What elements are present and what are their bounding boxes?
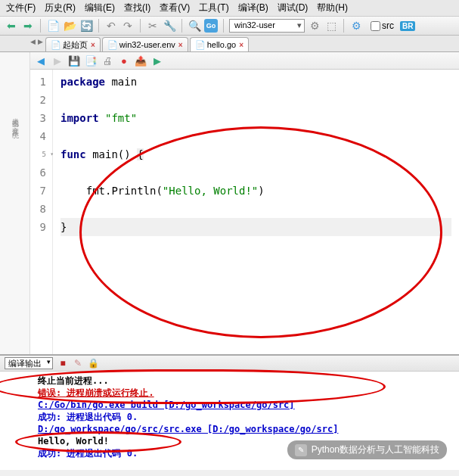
open-folder-icon[interactable]: 📂 xyxy=(63,19,76,33)
output-selector[interactable]: 编译输出 xyxy=(5,357,53,369)
print-icon[interactable]: 🖨 xyxy=(101,54,113,67)
line-number: 3 xyxy=(30,109,46,127)
settings-2-icon[interactable]: ⬚ xyxy=(324,19,338,33)
settings-1-icon[interactable]: ⚙ xyxy=(308,19,321,33)
new-doc-icon[interactable]: 📄 xyxy=(46,19,60,33)
line-number: 2 xyxy=(30,91,46,109)
undo-icon[interactable]: ↶ xyxy=(104,19,118,33)
tab-startpage[interactable]: 📄 起始页 × xyxy=(45,37,101,51)
menu-bar: 文件(F) 历史(R) 编辑(E) 查找(I) 查看(V) 工具(T) 编译(B… xyxy=(0,0,459,17)
line-number: 6 xyxy=(30,163,46,182)
close-icon[interactable]: × xyxy=(178,41,183,49)
menu-edit[interactable]: 编辑(E) xyxy=(85,2,115,14)
line-number: 1 xyxy=(30,73,46,91)
refresh-icon[interactable]: 🔄 xyxy=(79,19,93,33)
output-line-command: C:/Go/bin/go.exe build [D:/go_workspace/… xyxy=(38,399,451,411)
line-number: 5 xyxy=(30,145,46,163)
stop-icon[interactable]: ● xyxy=(118,54,130,67)
run-icon[interactable]: ▶ xyxy=(151,54,163,67)
line-number: 8 xyxy=(30,200,46,218)
wechat-icon: ✎ xyxy=(295,444,307,456)
lock-output-icon[interactable]: 🔒 xyxy=(88,358,98,369)
back-icon[interactable]: ⬅ xyxy=(5,19,18,33)
tab-label: win32-user.env xyxy=(119,40,175,49)
nav-fwd-icon[interactable]: ▶ xyxy=(51,54,64,67)
go-icon[interactable]: Go xyxy=(204,19,218,33)
save-icon[interactable]: 💾 xyxy=(68,54,80,67)
tab-scroll-right-icon[interactable]: ▶ xyxy=(38,38,43,45)
line-number: 7 xyxy=(30,182,46,200)
clear-output-icon[interactable]: ✎ xyxy=(73,358,83,369)
tab-bar: ◀ ▶ 📄 起始页 × 📄 win32-user.env × 📄 hello.g… xyxy=(0,36,459,52)
menu-find[interactable]: 查找(I) xyxy=(124,2,150,14)
src-checkbox-label: src xyxy=(382,20,394,31)
line-gutter: 1 2 3 4 5 6 7 8 9 xyxy=(30,70,53,354)
menu-debug[interactable]: 调试(D) xyxy=(278,2,309,14)
src-checkbox-input[interactable] xyxy=(371,21,380,31)
output-line-success: 成功: 进程退出代码 0. xyxy=(38,411,451,423)
find-icon[interactable]: 🔍 xyxy=(188,19,201,33)
close-icon[interactable]: × xyxy=(91,41,95,49)
watermark: ✎ Python数据分析与人工智能科技 xyxy=(287,440,447,459)
code-content[interactable]: package main import "fmt" func main() { … xyxy=(53,70,459,354)
tab-label: 起始页 xyxy=(63,39,88,51)
watermark-text: Python数据分析与人工智能科技 xyxy=(312,443,439,456)
side-panel-label: 类视图 文件系统 xyxy=(11,113,20,127)
menu-tools[interactable]: 工具(T) xyxy=(199,2,228,14)
line-number: 4 xyxy=(30,127,46,145)
tab-label: hello.go xyxy=(207,40,237,49)
redo-icon[interactable]: ↷ xyxy=(121,19,135,33)
gear-icon[interactable]: ⚙ xyxy=(349,19,363,33)
nav-back-icon[interactable]: ◀ xyxy=(35,54,47,67)
editor-area: 类视图 文件系统 ◀ ▶ 💾 📑 🖨 ● 📤 ▶ 1 2 3 4 5 6 7 8… xyxy=(0,52,459,355)
close-icon[interactable]: × xyxy=(239,41,243,49)
editor-toolbar: ◀ ▶ 💾 📑 🖨 ● 📤 ▶ xyxy=(30,52,459,70)
menu-history[interactable]: 历史(R) xyxy=(45,2,76,14)
main-toolbar: ⬅ ➡ 📄 📂 🔄 ↶ ↷ ✂ 🔧 🔍 Go win32-user ⚙ ⬚ ⚙ … xyxy=(0,17,459,36)
menu-help[interactable]: 帮助(H) xyxy=(317,2,348,14)
wrench-icon[interactable]: 🔧 xyxy=(163,19,176,33)
tab-hello-go[interactable]: 📄 hello.go × xyxy=(190,37,249,51)
menu-view[interactable]: 查看(V) xyxy=(160,2,190,14)
go-file-icon: 📄 xyxy=(195,40,204,49)
output-toolbar: 编译输出 ■ ✎ 🔒 xyxy=(0,356,459,372)
br-badge: BR xyxy=(400,21,415,31)
output-line-command: D:/go_workspace/go/src/src.exe [D:/go_wo… xyxy=(38,423,451,435)
output-line: 终止当前进程... xyxy=(38,375,451,387)
export-icon[interactable]: 📤 xyxy=(135,54,147,67)
stop-output-icon[interactable]: ■ xyxy=(57,358,68,369)
side-panel[interactable]: 类视图 文件系统 xyxy=(0,52,30,354)
save-all-icon[interactable]: 📑 xyxy=(85,54,97,67)
forward-icon[interactable]: ➡ xyxy=(21,19,35,33)
tab-scroll-left-icon[interactable]: ◀ xyxy=(30,38,36,45)
menu-file[interactable]: 文件(F) xyxy=(6,2,36,14)
menu-build[interactable]: 编译(B) xyxy=(238,2,268,14)
src-checkbox[interactable]: src xyxy=(371,20,394,31)
code-editor[interactable]: 1 2 3 4 5 6 7 8 9 package main import "f… xyxy=(30,70,459,354)
line-number: 9 xyxy=(30,218,46,236)
tab-env-file[interactable]: 📄 win32-user.env × xyxy=(102,37,188,51)
cut-icon[interactable]: ✂ xyxy=(146,19,160,33)
file-icon: 📄 xyxy=(107,40,116,49)
output-line-error: 错误: 进程崩溃或运行终止. xyxy=(38,387,451,399)
project-selector[interactable]: win32-user xyxy=(229,19,305,33)
page-icon: 📄 xyxy=(51,40,60,49)
